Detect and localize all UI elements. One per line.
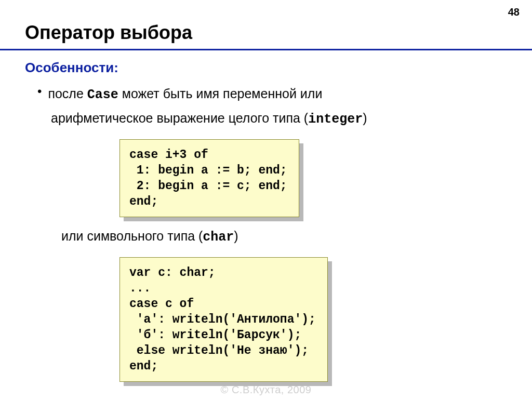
bullet-line-1: после Case может быть имя переменной или [48,84,322,104]
text-segment: арифметическое выражение целого типа ( [51,111,308,125]
text-segment: может быть имя переменной или [118,86,323,101]
footer-copyright: © С.В.Кухта, 2009 [0,384,532,396]
code-block-1-wrap: case i+3 of 1: begin a := b; end; 2: beg… [119,139,299,217]
code-block-2-wrap: var c: char; ... case c of 'а': writeln(… [119,257,328,382]
title-divider [0,49,532,50]
text-segment: ) [234,229,238,243]
code-inline-integer: integer [308,112,363,127]
between-text: или символьного типа (char) [61,229,532,245]
text-segment: или символьного типа ( [61,229,203,243]
text-segment: ) [363,111,367,125]
slide-title: Оператор выбора [25,22,532,44]
text-segment: после [48,86,87,101]
bullet-dot-icon: • [37,84,42,99]
code-inline-char: char [203,230,234,245]
bullet-line-2: арифметическое выражение целого типа (in… [51,108,532,130]
section-heading: Особенности: [25,60,532,76]
code-block-1: case i+3 of 1: begin a := b; end; 2: beg… [119,139,299,217]
page-number: 48 [508,6,520,18]
code-block-2: var c: char; ... case c of 'а': writeln(… [119,257,328,382]
code-inline-case: Case [87,87,118,102]
bullet-point: • после Case может быть имя переменной и… [37,84,532,104]
